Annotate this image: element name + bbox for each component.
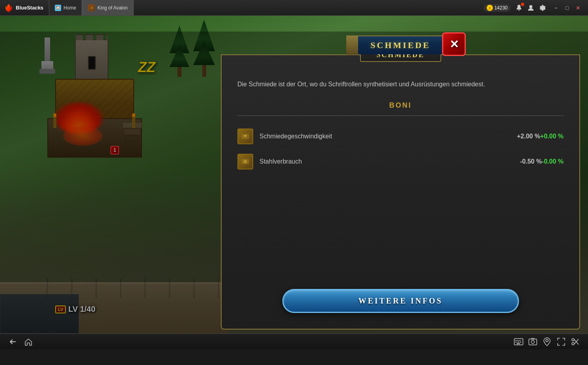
svg-rect-12 [529, 339, 537, 345]
game-tab-icon: ⚔ [88, 4, 95, 11]
account-icon[interactable] [527, 4, 534, 11]
close-button[interactable]: ✕ [442, 32, 466, 56]
svg-rect-5 [515, 340, 517, 341]
home-button[interactable] [24, 337, 33, 346]
brand-label: BlueStacks [16, 5, 43, 11]
svg-rect-7 [519, 340, 521, 341]
bottom-left-controls [8, 337, 33, 346]
boni-steel-icon [237, 154, 253, 169]
boni-speed-icon [237, 128, 253, 144]
svg-rect-8 [515, 342, 517, 343]
location-icon[interactable] [542, 337, 552, 346]
app-logo: BlueStacks [0, 3, 47, 13]
tab-bar: 🏠 Home ⚔ King of Avalon [49, 0, 134, 15]
window-close-button[interactable]: ✕ [573, 3, 583, 13]
svg-point-17 [572, 343, 574, 345]
boni-divider [237, 115, 564, 116]
coins-display: ● 14230 [483, 4, 511, 12]
boni-speed-value: +2.00 %+0.00 % [517, 133, 564, 140]
keyboard-icon[interactable] [514, 337, 523, 346]
boni-steel-value: -0.50 %-0.00 % [520, 158, 564, 165]
tab-game[interactable]: ⚔ King of Avalon [82, 0, 134, 15]
boni-steel-label: Stahlverbrauch [259, 158, 514, 165]
main-dialog: SCHMIEDE ✕ SCHMIEDE Die Schmiede ist der… [221, 35, 580, 330]
maximize-button[interactable]: □ [562, 3, 572, 13]
svg-point-15 [546, 339, 548, 342]
coins-amount: 14230 [495, 5, 508, 11]
boni-steel-base: -0.50 % [520, 158, 542, 165]
svg-rect-11 [517, 343, 520, 344]
dialog-title: SCHMIEDE [371, 40, 431, 50]
tab-home[interactable]: 🏠 Home [49, 0, 82, 15]
svg-point-0 [529, 5, 532, 8]
bottom-bar [0, 333, 588, 349]
fullscreen-icon[interactable] [556, 337, 566, 346]
bottom-right-controls [514, 337, 580, 346]
back-button[interactable] [8, 337, 17, 346]
svg-point-3 [244, 160, 247, 163]
tab-home-label: Home [63, 5, 76, 11]
title-banner: SCHMIEDE ✕ [346, 35, 455, 54]
svg-rect-10 [520, 342, 521, 343]
bluestacks-icon [4, 3, 13, 13]
game-background: ZZ 1 LV LV 1/40 SCHMIEDE ✕ SCHMIEDE Die … [0, 16, 588, 349]
boni-section: BONI Schmiedegeschwindigkeit +2.00 %+0.0… [237, 101, 564, 281]
weitere-infos-area: WEITERE INFOS [282, 289, 519, 325]
boni-row-speed: Schmiedegeschwindigkeit +2.00 %+0.00 % [237, 124, 564, 149]
minimize-button[interactable]: − [551, 3, 561, 13]
notification-icon[interactable] [515, 4, 523, 11]
coin-icon: ● [487, 5, 493, 11]
boni-speed-bonus: +0.00 % [540, 133, 564, 140]
scissors-icon[interactable] [571, 337, 580, 346]
svg-rect-9 [517, 342, 519, 343]
svg-rect-6 [517, 340, 519, 341]
window-controls: − □ ✕ [551, 3, 583, 13]
home-icon: 🏠 [55, 5, 61, 11]
boni-speed-base: +2.00 % [517, 133, 540, 140]
svg-point-16 [572, 339, 574, 341]
taskbar: BlueStacks 🏠 Home ⚔ King of Avalon ● 142… [0, 0, 588, 16]
screenshot-icon[interactable] [528, 337, 538, 346]
tab-game-label: King of Avalon [97, 5, 128, 11]
settings-icon[interactable] [539, 4, 546, 11]
svg-point-13 [531, 340, 534, 343]
info-panel: SCHMIEDE Die Schmiede ist der Ort, wo du… [221, 54, 580, 330]
boni-steel-bonus: -0.00 % [542, 158, 564, 165]
weitere-infos-button[interactable]: WEITERE INFOS [282, 289, 519, 313]
boni-row-steel: Stahlverbrauch -0.50 %-0.00 % [237, 149, 564, 174]
panel-description: Die Schmiede ist der Ort, wo du Schriftr… [237, 79, 564, 89]
boni-speed-label: Schmiedegeschwindigkeit [259, 133, 511, 140]
boni-title: BONI [237, 101, 564, 110]
taskbar-right-area: ● 14230 − □ ✕ [483, 3, 588, 13]
